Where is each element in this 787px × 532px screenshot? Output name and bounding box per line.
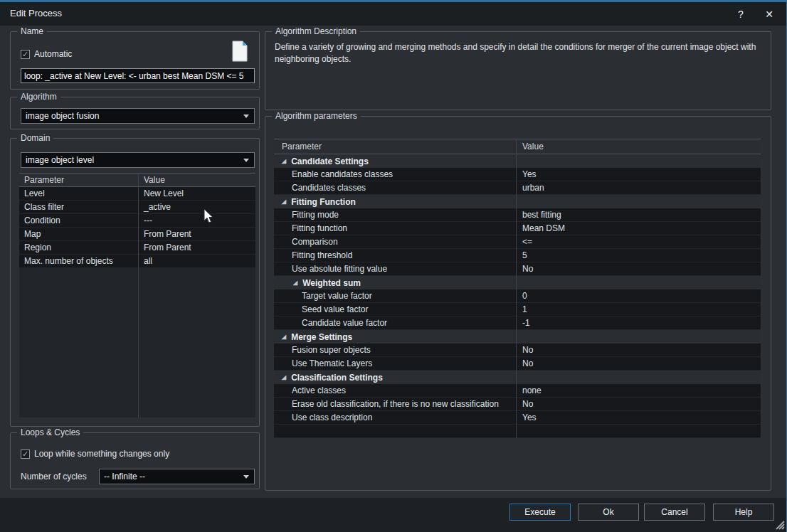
- row-value: all: [138, 255, 255, 267]
- help-button[interactable]: Help: [713, 504, 774, 521]
- table-row[interactable]: Map From Parent: [19, 228, 255, 241]
- description-group-label: Algorithm Description: [272, 26, 360, 36]
- table-row[interactable]: Level New Level: [19, 187, 255, 201]
- column-divider[interactable]: [138, 173, 139, 417]
- close-icon[interactable]: ✕: [759, 6, 779, 22]
- expander-icon[interactable]: [282, 374, 286, 381]
- expander-icon[interactable]: [293, 280, 297, 286]
- help-icon[interactable]: ?: [731, 6, 751, 22]
- row-param: Region: [19, 241, 138, 254]
- name-group-label: Name: [17, 26, 47, 36]
- param-label: Candidate value factor: [274, 316, 516, 329]
- automatic-checkbox-row[interactable]: ✓ Automatic: [21, 49, 72, 59]
- param-row[interactable]: Erase old classification, if there is no…: [274, 398, 761, 411]
- row-param: Condition: [19, 214, 138, 227]
- param-row[interactable]: Use absolute fitting value No: [274, 262, 761, 276]
- automatic-checkbox[interactable]: ✓: [21, 50, 30, 59]
- param-value: No: [516, 344, 760, 356]
- param-value: <=: [516, 235, 760, 248]
- parameters-group: Algorithm parameters Parameter Value Can…: [265, 116, 771, 491]
- expander-icon[interactable]: [282, 198, 286, 205]
- cycles-dropdown[interactable]: -- Infinite --: [99, 469, 255, 484]
- button-bar: Execute Ok Cancel Help: [0, 498, 787, 532]
- param-row[interactable]: Enable candidates classes Yes: [274, 168, 761, 181]
- name-group: Name ✓ Automatic loop: _active at New Le…: [10, 31, 260, 90]
- param-value: urban: [516, 181, 760, 194]
- row-value: From Parent: [138, 241, 255, 254]
- param-label: Candidates classes: [274, 181, 516, 194]
- domain-table: Parameter Value Level New Level Class fi…: [19, 173, 255, 417]
- cycles-label: Number of cycles: [21, 472, 87, 482]
- cancel-button[interactable]: Cancel: [644, 504, 705, 521]
- domain-selected: image object level: [26, 155, 94, 165]
- expander-icon[interactable]: [282, 158, 286, 164]
- param-row[interactable]: Seed value factor 1: [274, 303, 761, 316]
- header-value: Value: [138, 174, 255, 186]
- header-parameter: Parameter: [274, 139, 516, 154]
- process-name-input[interactable]: loop: _active at New Level: <- urban bes…: [21, 68, 255, 83]
- param-row[interactable]: Candidates classes urban: [274, 181, 761, 195]
- table-row[interactable]: Condition ---: [19, 214, 255, 228]
- execute-button[interactable]: Execute: [509, 504, 571, 521]
- param-row[interactable]: Target value factor 0: [274, 289, 761, 303]
- title-bar[interactable]: Edit Process ? ✕: [0, 2, 786, 26]
- domain-table-header: Parameter Value: [19, 173, 255, 187]
- section-label: Merge Settings: [291, 332, 352, 342]
- param-label: Use Thematic Layers: [274, 357, 516, 370]
- loop-checkbox[interactable]: ✓: [21, 449, 30, 459]
- loop-label: Loop while something changes only: [34, 449, 169, 459]
- new-document-icon[interactable]: [232, 41, 248, 62]
- param-label: Use class description: [274, 411, 516, 424]
- algorithm-group-label: Algorithm: [17, 92, 60, 102]
- param-row[interactable]: Use Thematic Layers No: [274, 357, 761, 371]
- row-param: Map: [19, 228, 138, 240]
- cycles-selected: -- Infinite --: [104, 472, 145, 482]
- param-value: Yes: [516, 168, 760, 181]
- table-row[interactable]: Max. number of objects all: [19, 255, 255, 268]
- expander-icon[interactable]: [282, 334, 286, 340]
- table-row[interactable]: Region From Parent: [19, 241, 255, 255]
- param-value: -1: [516, 316, 760, 329]
- section-label: Weighted sum: [302, 278, 361, 288]
- section-row[interactable]: Merge Settings: [274, 330, 761, 344]
- edit-process-dialog: Edit Process ? ✕ Name ✓ Automatic loop: …: [0, 0, 787, 532]
- subsection-row[interactable]: Weighted sum: [274, 276, 761, 289]
- param-row[interactable]: Comparison <=: [274, 235, 761, 249]
- parameters-table: Parameter Value Candidate Settings Enabl…: [274, 139, 761, 438]
- section-label: Fitting Function: [291, 197, 356, 207]
- table-row[interactable]: Class filter _active: [19, 201, 255, 214]
- section-row[interactable]: Classification Settings: [274, 371, 761, 384]
- parameters-table-header: Parameter Value: [274, 139, 761, 154]
- chevron-down-icon: [243, 115, 249, 118]
- parameters-group-label: Algorithm parameters: [272, 111, 361, 121]
- row-value: ---: [138, 214, 255, 227]
- param-row[interactable]: Fitting function Mean DSM: [274, 222, 761, 235]
- param-row[interactable]: Active classes none: [274, 384, 761, 398]
- param-value: 1: [516, 303, 760, 316]
- row-value: _active: [138, 201, 255, 213]
- param-row[interactable]: Fitting threshold 5: [274, 249, 761, 262]
- param-row[interactable]: Fitting mode best fitting: [274, 208, 761, 222]
- column-divider[interactable]: [516, 139, 517, 438]
- resize-grip-icon[interactable]: [773, 518, 785, 530]
- algorithm-group: Algorithm image object fusion: [10, 97, 260, 129]
- window-title: Edit Process: [10, 8, 62, 18]
- chevron-down-icon: [243, 475, 249, 479]
- row-value: New Level: [138, 187, 255, 200]
- section-row[interactable]: Candidate Settings: [274, 154, 761, 168]
- section-row[interactable]: Fitting Function: [274, 195, 761, 208]
- header-parameter: Parameter: [19, 174, 138, 186]
- loop-checkbox-row[interactable]: ✓ Loop while something changes only: [21, 449, 169, 459]
- algorithm-dropdown[interactable]: image object fusion: [21, 108, 255, 124]
- param-label: Active classes: [274, 384, 516, 397]
- param-row[interactable]: Use class description Yes: [274, 411, 761, 425]
- param-label: Comparison: [274, 235, 516, 248]
- loops-group-label: Loops & Cycles: [17, 427, 83, 437]
- param-row[interactable]: Candidate value factor -1: [274, 316, 761, 330]
- param-row[interactable]: Fusion super objects No: [274, 344, 761, 357]
- domain-dropdown[interactable]: image object level: [21, 152, 255, 168]
- empty-row[interactable]: [274, 425, 761, 438]
- header-value: Value: [516, 139, 760, 154]
- param-value: No: [516, 357, 760, 370]
- ok-button[interactable]: Ok: [578, 504, 639, 521]
